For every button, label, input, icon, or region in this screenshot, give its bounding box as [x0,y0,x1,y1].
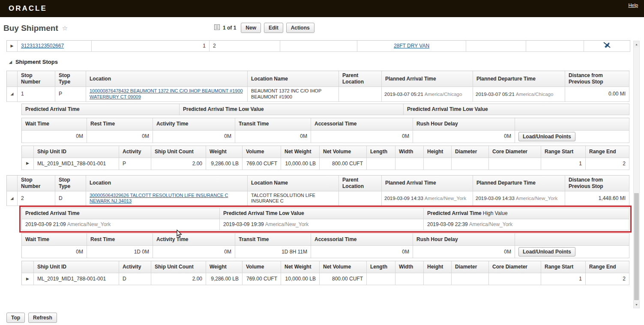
location-link[interactable]: 100000876478432 BEAUMONT 1372 INC C/O IH… [90,88,244,100]
ship-unit-count: 2.00 [151,273,206,285]
favorite-star-icon[interactable]: ☆ [62,24,68,32]
expand-shipment-icon[interactable]: ▶ [7,41,18,52]
col-header-range-end: Range End [586,146,629,158]
planned-departure-tz: America/New_York [516,195,557,201]
col-header-diameter: Diameter [452,146,489,158]
shipment-field-3 [280,41,357,52]
scrollbar-thumb[interactable] [634,193,639,300]
refresh-button[interactable]: Refresh [28,313,57,323]
col-header-accessorial-time: Accessorial Time [311,118,413,131]
ship-unit-net-weight: 10,000.00 LB [281,158,320,170]
parent-location [339,191,382,206]
shipment-stops-section-header: ◢ Shipment Stops [9,59,630,65]
planned-arrival-tz: America/Chicago [425,91,462,97]
stop-2-table: Stop Number Stop Type Location Location … [6,175,629,206]
planned-departure-dt: 2019-03-09 14:33 [476,195,515,201]
accessorial-time-value: 0M [311,246,413,258]
planned-departure-time: 2019-03-07 05:21America/Chicago [473,87,565,102]
help-link[interactable]: Help [628,3,638,8]
vertical-scrollbar[interactable]: ▲ ▼ [633,41,640,308]
record-list-icon[interactable] [214,24,220,31]
ship-unit-weight: 9,286.00 LB [206,158,243,170]
expand-ship-unit-icon[interactable]: ▶ [22,273,34,285]
ship-unit-width [395,273,424,285]
planned-arrival-dt: 2019-03-09 14:33 [384,195,423,201]
col-header-parent-location: Parent Location [339,176,382,191]
planned-arrival-time: 2019-03-07 05:21America/Chicago [382,87,473,102]
col-header-planned-arrival: Planned Arrival Time [382,176,473,191]
scrollbar-track[interactable] [634,48,639,301]
ship-unit-diameter [452,158,489,170]
rush-hour-delay-value: 0M [413,131,515,143]
col-header-planned-departure: Planned Departure Time [473,71,565,87]
col-header-range-start: Range Start [541,146,586,158]
equipment-link[interactable]: 28FT DRY VAN [394,43,429,49]
times-value-row: 0M 1D 0M 0M 1D 8H 11M 0M 0M Load/Unload … [22,246,629,258]
col-header-volume: Volume [243,261,281,273]
ship-unit-length [367,158,395,170]
ship-unit-height [424,273,452,285]
ship-unit-row: ▶ ML_2019_MID1_788-001-001 D 2.00 9,286.… [22,273,629,285]
stop-row: ◢ 1 P 100000876478432 BEAUMONT 1372 INC … [7,87,629,102]
pencil-slash-icon[interactable] [603,42,611,50]
col-header-planned-arrival: Planned Arrival Time [382,71,473,87]
col-header-times-extra [515,118,629,131]
oracle-logo: ORACLE [9,4,47,13]
section-collapse-icon[interactable]: ◢ [9,60,12,64]
col-header-transit-time: Transit Time [235,233,311,246]
accessorial-time-value: 0M [311,131,413,143]
col-header-ship-unit-count: Ship Unit Count [151,146,206,158]
load-unload-points-button[interactable]: Load/Unload Points [518,132,575,141]
stop-2-block: Stop Number Stop Type Location Location … [6,175,630,286]
col-header-volume: Volume [243,146,281,158]
times-header-row: Wait Time Rest Time Activity Time Transi… [22,233,629,246]
col-header-stop-number: Stop Number [18,176,55,191]
ship-units-section: Ship Unit ID Activity Ship Unit Count We… [21,146,630,170]
ship-unit-core-diameter [489,158,541,170]
ship-units-section: Ship Unit ID Activity Ship Unit Count We… [21,261,630,285]
col-header-times-extra [515,233,629,246]
planned-arrival-time: 2019-03-09 14:33America/New_York [382,191,473,206]
wait-time-value: 0M [22,131,87,143]
shipment-id-link[interactable]: 312313123502667 [21,43,64,49]
ship-unit-weight: 9,286.00 LB [206,273,243,285]
col-header-location: Location [86,71,248,87]
load-unload-points-button[interactable]: Load/Unload Points [518,247,575,256]
col-header-range-end: Range End [586,261,629,273]
ship-unit-count: 2.00 [151,158,206,170]
page-header: Buy Shipment ☆ 1 of 1 New Edit Actions [0,17,644,40]
col-header-predicted-arrival: Predicted Arrival Time [22,104,180,115]
col-header-stop-type: Stop Type [55,71,86,87]
scroll-up-icon[interactable]: ▲ [634,41,639,48]
ship-unit-activity: P [119,158,151,170]
new-button[interactable]: New [241,23,261,33]
planned-departure-time: 2019-03-09 14:33America/New_York [473,191,565,206]
ship-unit-range-end: 2 [586,158,629,170]
col-header-height: Height [424,146,452,158]
col-header-expand [7,71,18,87]
stop-header-row: Stop Number Stop Type Location Location … [7,71,629,87]
expand-ship-unit-icon[interactable]: ▶ [22,158,34,170]
actions-button[interactable]: Actions [286,23,315,33]
stop-times-section: Wait Time Rest Time Activity Time Transi… [21,233,630,258]
scroll-down-icon[interactable]: ▼ [634,301,639,308]
collapse-stop-icon[interactable]: ◢ [7,87,18,102]
collapse-stop-icon[interactable]: ◢ [7,191,18,206]
stop-1-block: Stop Number Stop Type Location Location … [6,71,630,170]
times-value-row: 0M 0M 0M 0M 0M 0M Load/Unload Points [22,131,629,143]
main-content: ▶ 312313123502667 1 2 28FT DRY VAN ◢ Shi… [0,40,644,285]
activity-time-value: 0M [153,246,235,258]
shipment-field-2: 2 [210,41,280,52]
col-header-width: Width [395,146,424,158]
ship-unit-diameter [452,273,489,285]
col-header-length: Length [367,261,395,273]
rest-time-value: 1D 0M [87,246,153,258]
predicted-header-row: Predicted Arrival Time Predicted Arrival… [22,208,629,219]
location-link[interactable]: 300005064329626 TALCOTT RESOLUTION LIFE … [90,193,244,205]
edit-button[interactable]: Edit [264,23,283,33]
ship-unit-range-start: 1 [541,158,586,170]
top-button[interactable]: Top [6,313,25,323]
col-header-core-diameter: Core Diameter [489,146,541,158]
planned-arrival-dt: 2019-03-07 05:21 [384,91,423,97]
col-header-net-volume: Net Volume [320,146,367,158]
